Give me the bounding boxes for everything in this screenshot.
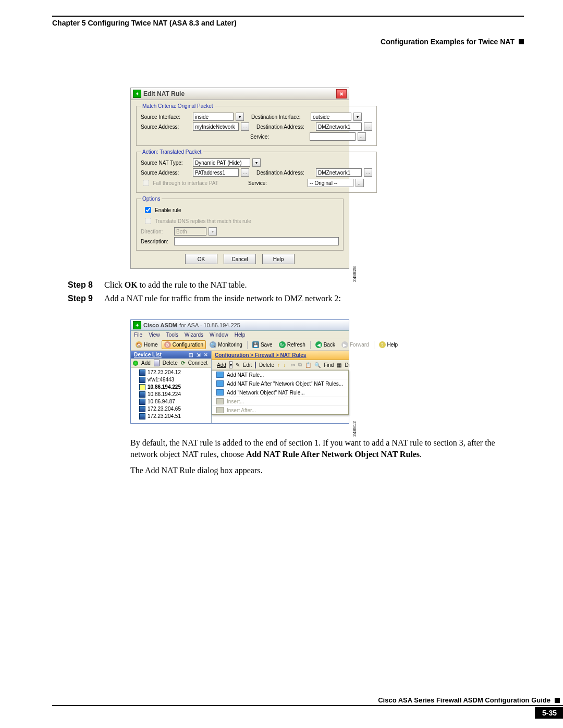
chevron-down-icon[interactable]: ▾ (229, 361, 232, 368)
list-item[interactable]: 10.86.94.87 (133, 398, 209, 405)
step9-label: Step 9 (68, 293, 93, 304)
add-device-button[interactable]: Add (141, 360, 151, 366)
up-arrow-icon[interactable]: ↑ (277, 362, 280, 368)
configuration-button[interactable]: ⚙Configuration (162, 340, 206, 349)
t-service-field[interactable]: -- Original -- (308, 179, 353, 187)
down-arrow-icon[interactable]: ↓ (283, 362, 286, 368)
dst-interface-select[interactable]: outside (311, 113, 351, 121)
browse-icon[interactable]: … (364, 122, 372, 131)
t-dst-address-field[interactable]: DMZnetwork1 (316, 168, 362, 177)
ok-button[interactable]: OK (185, 254, 217, 264)
t-src-address-field[interactable]: PATaddress1 (193, 168, 239, 177)
delete-icon[interactable] (154, 360, 160, 366)
page-footer: Cisco ASA Series Firewall ASDM Configura… (52, 696, 563, 706)
add-icon[interactable] (133, 361, 138, 366)
add-menu-dropdown: Add NAT Rule... Add NAT Rule After "Netw… (212, 370, 349, 415)
rule-icon (216, 372, 224, 378)
connect-icon[interactable]: ⟳ (181, 360, 185, 366)
step9-text: Add a NAT rule for traffic from the insi… (104, 293, 341, 304)
chevron-down-icon[interactable]: ▾ (236, 113, 244, 121)
asdm-menubar[interactable]: File View Tools Wizards Window Help (131, 331, 349, 339)
nat-type-select[interactable]: Dynamic PAT (Hide) (193, 158, 250, 167)
action-group: Action: Translated Packet Source NAT Typ… (136, 149, 377, 193)
forward-button: ▶Forward (339, 340, 372, 349)
monitoring-button[interactable]: 🔍Monitoring (207, 340, 245, 349)
rule-icon (216, 398, 224, 404)
menu-window[interactable]: Window (210, 332, 228, 338)
edit-rule-button[interactable]: Edit (243, 362, 252, 368)
list-item[interactable]: vfw1:49443 (133, 376, 209, 384)
section-title: Configuration Examples for Twice NAT (381, 38, 515, 46)
cut-icon[interactable]: ✂ (291, 362, 295, 368)
find-button[interactable]: Find (324, 362, 334, 368)
fall-through-checkbox (143, 180, 149, 186)
browse-icon[interactable]: … (364, 168, 372, 177)
description-field[interactable] (174, 237, 339, 245)
asdm-window: ✦ Cisco ASDM for ASA - 10.86.194.225 Fil… (130, 319, 349, 424)
chapter-title: Chapter 5 Configuring Twice NAT (ASA 8.3… (52, 19, 237, 27)
browse-icon[interactable]: … (356, 179, 364, 187)
list-item[interactable]: 10.86.194.225 (133, 384, 209, 391)
browse-icon[interactable]: … (241, 168, 249, 177)
list-item[interactable]: 172.23.204.65 (133, 405, 209, 413)
service-field[interactable] (310, 132, 356, 141)
diagram-button-short[interactable]: Di (345, 362, 349, 368)
figure-id: 248812 (352, 421, 357, 437)
asdm-title-for: for ASA - 10.86.194.225 (179, 322, 240, 328)
menu-add-nat-rule[interactable]: Add NAT Rule... (212, 371, 348, 379)
src-address-field[interactable]: myInsideNetwork (193, 122, 239, 131)
device-tree[interactable]: 172.23.204.12 vfw1:49443 10.86.194.225 1… (131, 368, 211, 423)
menu-add-object-nat[interactable]: Add "Network Object" NAT Rule... (212, 388, 348, 397)
enable-rule-checkbox[interactable] (145, 207, 151, 213)
delete-device-button[interactable]: Delete (163, 360, 178, 366)
src-interface-select[interactable]: inside (193, 113, 234, 121)
step8-text: Click OK to add the rule to the NAT tabl… (104, 279, 247, 291)
device-icon (139, 369, 145, 376)
paste-icon[interactable]: 📋 (305, 362, 311, 368)
undock-icon[interactable]: ◫ (189, 352, 193, 357)
list-item[interactable]: 172.23.204.12 (133, 369, 209, 376)
delete-icon[interactable] (255, 362, 256, 368)
help-toolbar-button[interactable]: ?Help (376, 340, 401, 349)
rule-icon (216, 389, 224, 396)
description-label: Description: (141, 239, 172, 244)
find-icon[interactable]: 🔍 (314, 362, 321, 368)
menu-view[interactable]: View (149, 332, 160, 338)
home-button[interactable]: 🏠Home (133, 340, 161, 349)
help-button[interactable]: Help (262, 254, 295, 264)
refresh-button[interactable]: ↻Refresh (276, 340, 308, 349)
pin-icon[interactable]: ⇲ (197, 352, 201, 357)
asdm-main: Configuration > Firewall > NAT Rules Add… (212, 351, 349, 423)
browse-icon[interactable]: … (241, 122, 249, 131)
close-icon[interactable]: ✕ (336, 89, 347, 98)
device-icon (139, 399, 145, 405)
close-panel-icon[interactable]: ✕ (204, 352, 208, 357)
rules-toolbar: Add ▾ ✎Edit Delete ↑ ↓ ✂ ⧉ 📋 🔍 Find ▦ Di (212, 360, 349, 370)
add-rule-button[interactable]: Add (217, 362, 226, 368)
chevron-down-icon[interactable]: ▾ (252, 158, 261, 167)
device-list-header[interactable]: Device List (134, 352, 162, 357)
breadcrumb[interactable]: Configuration > Firewall > NAT Rules (212, 351, 349, 360)
browse-icon[interactable]: … (358, 132, 366, 141)
menu-add-after-object[interactable]: Add NAT Rule After "Network Object" NAT … (212, 379, 348, 388)
figure-id: 248828 (352, 266, 357, 282)
body-text: By default, the NAT rule is added to the… (130, 437, 516, 476)
delete-rule-button[interactable]: Delete (259, 362, 274, 368)
list-item[interactable]: 172.23.204.51 (133, 413, 209, 420)
diagram-icon[interactable]: ▦ (337, 362, 341, 368)
save-button[interactable]: 💾Save (250, 340, 275, 349)
menu-file[interactable]: File (134, 332, 142, 338)
chevron-down-icon[interactable]: ▾ (353, 113, 362, 121)
list-item[interactable]: 10.86.194.224 (133, 391, 209, 398)
dst-address-field[interactable]: DMZnetwork1 (316, 122, 362, 131)
connect-button[interactable]: Connect (188, 360, 207, 366)
edit-icon[interactable]: ✎ (236, 362, 240, 368)
menu-help[interactable]: Help (235, 332, 246, 338)
action-legend: Action: Translated Packet (141, 149, 203, 155)
options-legend: Options (141, 196, 162, 202)
back-button[interactable]: ◀Back (313, 340, 338, 349)
cancel-button[interactable]: Cancel (224, 254, 256, 264)
copy-icon[interactable]: ⧉ (298, 362, 302, 368)
menu-tools[interactable]: Tools (166, 332, 178, 338)
menu-wizards[interactable]: Wizards (185, 332, 203, 338)
